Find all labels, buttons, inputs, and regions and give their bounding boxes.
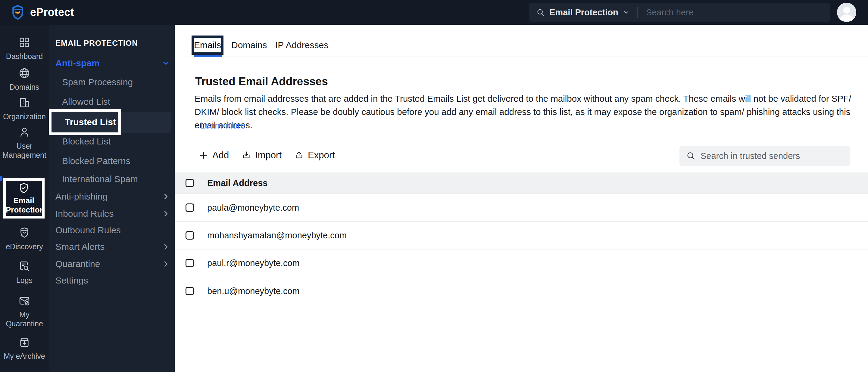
email-address-cell: ben.u@moneybyte.com — [207, 286, 300, 296]
chevron-right-icon[interactable] — [161, 209, 170, 218]
nav-item-spam-processing[interactable]: Spam Processing — [62, 76, 133, 88]
import-button[interactable]: Import — [242, 150, 282, 161]
sidebar-item-label: Dashboard — [2, 52, 47, 61]
sidebar-item-label: My eArchive — [2, 351, 47, 361]
sidebar-item-my-earchive[interactable]: My eArchive — [0, 336, 49, 361]
user-icon — [18, 126, 31, 138]
app-name: eProtect — [30, 6, 74, 19]
sidebar-item-label: Email Protection — [6, 196, 42, 214]
email-protection-nav-panel: EMAIL PROTECTION Anti-spam Spam Processi… — [49, 25, 175, 372]
table-row[interactable]: ben.u@moneybyte.com — [175, 277, 868, 305]
tab-emails[interactable]: Emails — [191, 35, 223, 55]
sidebar-item-organization[interactable]: Organization — [0, 96, 49, 121]
email-address-cell: paula@moneybyte.com — [207, 203, 299, 213]
main-content-area: Emails Domains IP Addresses Trusted Emai… — [175, 25, 868, 372]
tab-label: Emails — [194, 40, 221, 50]
quarantine-mail-icon — [18, 294, 31, 307]
sidebar-item-user-management[interactable]: User Management — [0, 126, 49, 160]
nav-item-blocked-list[interactable]: Blocked List — [62, 135, 111, 147]
sidebar-item-dashboard[interactable]: Dashboard — [0, 36, 49, 61]
search-icon — [686, 151, 696, 161]
trusted-emails-table: Email Address paula@moneybyte.com mohans… — [175, 172, 868, 305]
trusted-senders-search-input[interactable] — [701, 151, 843, 161]
global-search-bar[interactable]: Email Protection — [529, 3, 830, 22]
sidebar-item-domains[interactable]: Domains — [0, 67, 49, 92]
nav-item-blocked-patterns[interactable]: Blocked Patterns — [62, 155, 130, 167]
table-row[interactable]: paula@moneybyte.com — [175, 194, 868, 222]
nav-item-inbound-rules[interactable]: Inbound Rules — [55, 208, 114, 220]
list-toolbar: Add Import Export — [199, 148, 347, 163]
nav-item-quarantine[interactable]: Quarantine — [55, 258, 100, 270]
nav-item-anti-spam[interactable]: Anti-spam — [55, 57, 100, 69]
search-scope-selector[interactable]: Email Protection — [549, 7, 618, 18]
top-header-bar: eProtect Email Protection — [0, 0, 868, 25]
nav-item-international-spam[interactable]: International Spam — [62, 173, 138, 185]
active-tab-underline — [194, 55, 222, 57]
logs-document-search-icon — [18, 260, 31, 273]
sidebar-item-label: eDiscovery — [2, 242, 47, 251]
chevron-right-icon[interactable] — [161, 260, 170, 268]
chevron-right-icon[interactable] — [161, 192, 170, 201]
column-header-email-address: Email Address — [207, 178, 268, 188]
nav-section-title: EMAIL PROTECTION — [55, 38, 138, 48]
learn-more-link[interactable]: Learn more — [200, 121, 245, 131]
row-checkbox[interactable] — [186, 287, 194, 295]
plus-icon — [199, 150, 209, 160]
tab-domains[interactable]: Domains — [231, 35, 267, 55]
search-icon — [536, 8, 545, 17]
table-row[interactable]: mohanshyamalan@moneybyte.com — [175, 222, 868, 249]
globe-icon — [18, 67, 31, 79]
nav-item-settings[interactable]: Settings — [55, 274, 88, 286]
primary-sidebar-rail: Dashboard Domains Organization U — [0, 25, 49, 372]
row-checkbox[interactable] — [186, 203, 194, 212]
nav-item-outbound-rules[interactable]: Outbound Rules — [55, 224, 121, 236]
export-icon — [294, 150, 304, 160]
organization-building-icon — [18, 96, 31, 109]
row-checkbox[interactable] — [186, 259, 194, 267]
page-title: Trusted Email Addresses — [195, 75, 328, 88]
sidebar-item-label: Logs — [2, 276, 47, 285]
email-address-cell: mohanshyamalan@moneybyte.com — [207, 231, 347, 240]
ediscovery-shield-icon — [18, 226, 31, 239]
page-description: Emails from email addresses that are add… — [194, 92, 862, 132]
row-checkbox[interactable] — [186, 231, 194, 240]
sidebar-item-logs[interactable]: Logs — [0, 260, 49, 285]
nav-item-smart-alerts[interactable]: Smart Alerts — [55, 241, 104, 253]
chevron-down-icon[interactable] — [623, 9, 630, 16]
chevron-right-icon[interactable] — [161, 242, 170, 251]
trusted-senders-search[interactable] — [679, 146, 850, 166]
archive-box-icon — [18, 336, 31, 348]
table-row[interactable]: paul.r@moneybyte.com — [175, 249, 868, 277]
export-button[interactable]: Export — [294, 150, 335, 161]
sidebar-item-label: Organization — [2, 112, 47, 121]
app-logo-shield-icon — [11, 4, 25, 20]
tabs-bottom-rule — [186, 57, 868, 57]
nav-item-allowed-list[interactable]: Allowed List — [62, 96, 110, 108]
sidebar-item-label: My Quarantine — [2, 310, 47, 328]
active-rail-indicator — [0, 176, 2, 181]
table-header-row: Email Address — [175, 172, 868, 194]
nav-item-anti-phishing[interactable]: Anti-phishing — [55, 191, 107, 203]
tab-ip-addresses[interactable]: IP Addresses — [275, 35, 328, 55]
email-address-cell: paul.r@moneybyte.com — [207, 258, 300, 268]
app-brand: eProtect — [11, 0, 74, 25]
shield-check-icon — [18, 182, 30, 194]
global-search-input[interactable] — [646, 7, 823, 18]
sidebar-item-label: User Management — [2, 141, 47, 160]
add-button[interactable]: Add — [199, 150, 229, 161]
user-avatar[interactable] — [837, 3, 856, 22]
sidebar-item-my-quarantine[interactable]: My Quarantine — [0, 294, 49, 328]
dashboard-grid-icon — [18, 36, 31, 49]
import-icon — [242, 150, 251, 160]
sidebar-item-email-protection[interactable]: Email Protection — [3, 178, 44, 218]
select-all-checkbox[interactable] — [186, 179, 194, 187]
search-divider — [637, 7, 638, 18]
sidebar-item-label: Domains — [2, 82, 47, 92]
sidebar-item-ediscovery[interactable]: eDiscovery — [0, 226, 49, 251]
nav-item-trusted-list[interactable]: Trusted List — [49, 109, 121, 135]
chevron-down-icon[interactable] — [161, 59, 170, 68]
